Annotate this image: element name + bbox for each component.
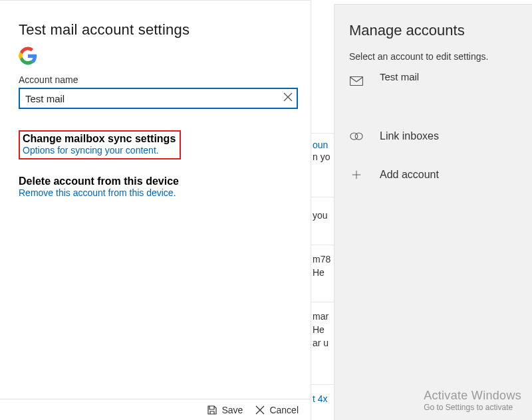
- delete-account-option[interactable]: Delete account from this device Remove t…: [19, 175, 311, 198]
- cancel-button[interactable]: Cancel: [255, 405, 299, 415]
- add-account-label: Add account: [380, 169, 439, 181]
- account-item-label: Test mail: [380, 71, 419, 82]
- mail-icon: [349, 76, 364, 86]
- bg-text: t 4x: [313, 393, 328, 404]
- svg-point-2: [355, 133, 362, 140]
- google-logo-icon: [19, 47, 311, 65]
- bg-text: m78: [313, 254, 331, 264]
- manage-accounts-panel: Manage accounts Select an account to edi…: [334, 4, 532, 420]
- bg-text: mar: [313, 311, 329, 322]
- bg-text: He: [313, 267, 325, 278]
- account-name-label: Account name: [19, 74, 311, 85]
- change-sync-desc: Options for syncing your content.: [23, 145, 176, 156]
- bg-text: He: [313, 324, 325, 335]
- change-sync-settings-option[interactable]: Change mailbox sync settings Options for…: [19, 130, 181, 159]
- plus-icon: [349, 170, 364, 179]
- change-sync-title: Change mailbox sync settings: [23, 133, 176, 145]
- bg-text: ar u: [313, 338, 329, 348]
- account-item-test-mail[interactable]: Test mail: [349, 75, 532, 86]
- link-inboxes-button[interactable]: Link inboxes: [349, 130, 532, 142]
- bg-text: oun: [313, 140, 328, 150]
- manage-accounts-subtitle: Select an account to edit settings.: [349, 51, 532, 62]
- save-label: Save: [221, 405, 243, 415]
- link-inboxes-label: Link inboxes: [380, 130, 439, 142]
- account-name-input[interactable]: [19, 88, 298, 109]
- clear-input-icon[interactable]: [283, 92, 293, 102]
- bg-text: n yo: [313, 152, 330, 162]
- save-button[interactable]: Save: [207, 405, 243, 415]
- delete-account-desc: Remove this account from this device.: [19, 187, 311, 198]
- account-settings-dialog: Test mail account settings Account name …: [0, 0, 311, 420]
- link-icon: [349, 132, 364, 141]
- manage-accounts-title: Manage accounts: [349, 22, 532, 39]
- delete-account-title: Delete account from this device: [19, 175, 311, 187]
- dialog-title: Test mail account settings: [19, 21, 311, 39]
- dialog-action-bar: Save Cancel: [0, 399, 311, 420]
- cancel-label: Cancel: [269, 405, 299, 415]
- bg-text: you: [313, 210, 328, 221]
- add-account-button[interactable]: Add account: [349, 169, 532, 181]
- background-list: oun n yo you m78 He mar He ar u t 4x: [311, 0, 334, 420]
